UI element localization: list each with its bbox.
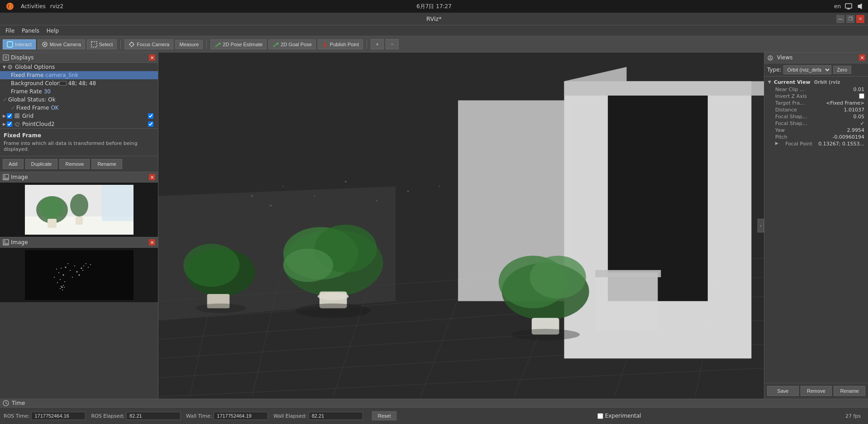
maximize-button[interactable]: ❐	[846, 15, 854, 23]
svg-rect-95	[564, 81, 764, 96]
pitch-value: -0.00960194	[833, 134, 864, 140]
invert-z-checkbox[interactable]	[859, 93, 864, 99]
views-tree: ▼ Current View Orbit (rviz Near Clip ...…	[764, 77, 868, 383]
rename-button[interactable]: Rename	[91, 159, 122, 169]
target-fra-row: Target Fra... <Fixed Frame>	[764, 100, 868, 106]
svg-point-36	[16, 122, 18, 124]
firefox-icon	[4, 0, 16, 13]
grid-expand-icon: ▶	[3, 114, 6, 118]
menu-bar: File Panels Help	[0, 25, 868, 36]
distance-row: Distance 1.01037	[764, 106, 868, 113]
fixed-frame-value: camera_link	[45, 72, 78, 78]
background-color-swatch	[59, 81, 67, 86]
title-bar: RViz* — ❐ ✕	[0, 13, 868, 25]
displays-close-button[interactable]: ✕	[149, 54, 155, 61]
app-title: RViz*	[426, 15, 442, 22]
goal-pose-button[interactable]: 2D Goal Pose	[268, 39, 315, 49]
experimental-label: Experimental	[605, 413, 641, 419]
svg-point-77	[88, 267, 89, 268]
viewport[interactable]	[158, 53, 764, 399]
svg-marker-5	[858, 4, 862, 9]
minimize-button[interactable]: —	[836, 15, 844, 23]
svg-point-10	[130, 43, 134, 46]
svg-point-26	[9, 67, 10, 68]
tooltip-desc: Frame into which all data is transformed…	[4, 140, 154, 152]
wall-time-input[interactable]	[214, 412, 268, 420]
svg-point-73	[62, 289, 63, 290]
svg-point-67	[57, 282, 58, 283]
tree-item-fixed-frame[interactable]: Fixed Frame camera_link	[0, 71, 158, 79]
near-clip-label: Near Clip ...	[775, 87, 805, 92]
menu-help[interactable]: Help	[43, 27, 62, 35]
interact-button[interactable]: Interact	[3, 39, 36, 49]
pointcloud-visible-checkbox[interactable]	[148, 121, 153, 127]
svg-rect-113	[596, 272, 658, 330]
right-panel-collapse[interactable]: ›	[758, 219, 764, 232]
focal-shap1-row: Focal Shap... 0.05	[764, 113, 868, 120]
svg-point-103	[283, 249, 333, 282]
duplicate-button[interactable]: Duplicate	[25, 159, 58, 169]
views-save-button[interactable]: Save	[767, 386, 799, 396]
select-button[interactable]: Select	[87, 39, 117, 49]
displays-tree: ▼ Global Options Fixed Frame camera_link…	[0, 63, 158, 128]
add-button[interactable]: Add	[3, 159, 24, 169]
measure-button[interactable]: Measure	[175, 40, 203, 49]
minus-button[interactable]: －	[386, 39, 399, 49]
reset-button[interactable]: Reset	[372, 411, 397, 420]
tree-item-grid[interactable]: ▶ Grid	[0, 112, 158, 120]
svg-point-54	[65, 267, 66, 268]
publish-point-button[interactable]: Publish Point	[318, 39, 363, 49]
svg-point-117	[511, 329, 580, 340]
svg-point-56	[70, 270, 71, 271]
zero-button[interactable]: Zero	[833, 66, 852, 74]
views-remove-button[interactable]: Remove	[801, 386, 832, 396]
menu-panels[interactable]: Panels	[18, 27, 43, 35]
focal-shap2-value: ✓	[860, 120, 864, 126]
svg-point-35	[14, 124, 16, 125]
pointcloud-checkbox[interactable]	[7, 121, 12, 127]
svg-point-39	[17, 125, 19, 127]
fixed-frame-ok-value: OK	[51, 105, 58, 111]
global-status-label: Global Status: Ok	[8, 96, 56, 103]
grid-checkbox[interactable]	[7, 113, 12, 119]
tree-item-background-color[interactable]: Background Color 48; 48; 48	[0, 79, 158, 87]
views-buttons: Save Remove Rename	[764, 383, 868, 399]
current-view-section[interactable]: ▼ Current View Orbit (rviz	[764, 78, 868, 86]
tree-item-frame-rate[interactable]: Frame Rate 30	[0, 87, 158, 96]
image2-close-button[interactable]: ✕	[149, 239, 155, 246]
pose-estimate-button[interactable]: 2D Pose Estimate	[210, 39, 267, 49]
displays-panel-header: Displays ✕	[0, 53, 158, 63]
svg-point-74	[83, 265, 84, 266]
wall-elapsed-input[interactable]	[309, 412, 363, 420]
pointcloud-expand-icon: ▶	[3, 122, 6, 126]
tree-item-pointcloud[interactable]: ▶ PointCloud2	[0, 120, 158, 128]
plus-button[interactable]: ＋	[371, 39, 384, 49]
experimental-checkbox[interactable]	[597, 413, 603, 419]
svg-point-19	[324, 44, 326, 47]
menu-file[interactable]: File	[2, 27, 18, 35]
time-fields-row: ROS Time: ROS Elapsed: Wall Time: Wall E…	[0, 408, 868, 424]
tree-item-global-status[interactable]: ✓ Global Status: Ok	[0, 96, 158, 104]
remove-button[interactable]: Remove	[59, 159, 90, 169]
tree-item-fixed-frame-ok[interactable]: ✓ Fixed Frame OK	[0, 104, 158, 112]
grid-visible-checkbox[interactable]	[148, 113, 153, 119]
svg-line-130	[6, 403, 7, 404]
ros-elapsed-input[interactable]	[126, 412, 181, 420]
locale-label: en	[834, 3, 841, 10]
svg-rect-6	[7, 42, 13, 47]
view-type-select[interactable]: Orbit (rviz_defa	[783, 65, 831, 74]
svg-rect-114	[596, 270, 661, 277]
focus-camera-button[interactable]: Focus Camera	[124, 39, 173, 49]
image1-close-button[interactable]: ✕	[149, 174, 155, 180]
global-options-label: Global Options	[15, 64, 55, 70]
depth-image	[25, 250, 134, 300]
tree-item-global-options[interactable]: ▼ Global Options	[0, 63, 158, 71]
close-button[interactable]: ✕	[856, 15, 864, 23]
pose-icon	[215, 41, 221, 48]
ros-time-input[interactable]	[31, 412, 86, 420]
move-camera-button[interactable]: Move Camera	[38, 39, 85, 49]
frame-rate-label: Frame Rate	[11, 88, 42, 95]
invert-z-row: Invert Z Axis	[764, 93, 868, 100]
views-close-button[interactable]: ✕	[859, 54, 865, 61]
views-rename-button[interactable]: Rename	[834, 386, 865, 396]
